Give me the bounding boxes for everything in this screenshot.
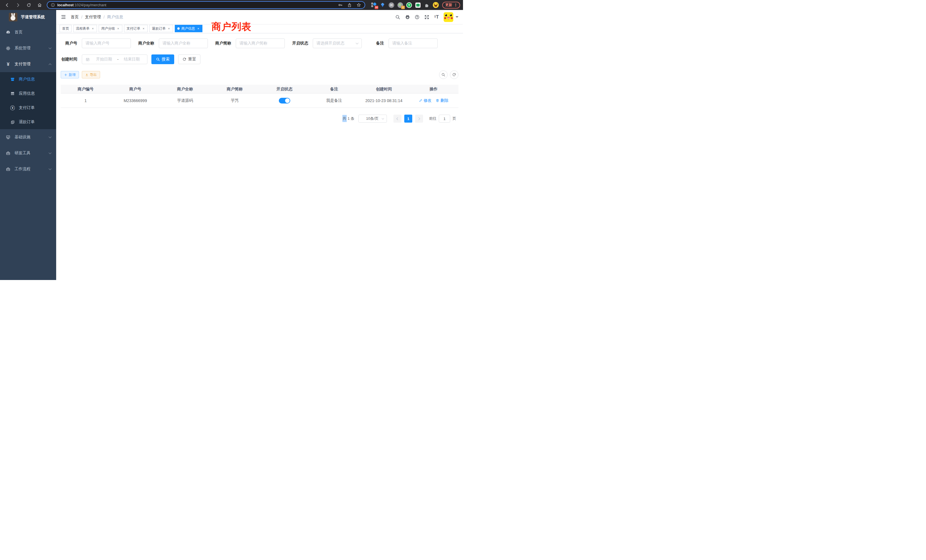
browser-profile-avatar[interactable] [433, 2, 439, 8]
tab-close-icon[interactable] [197, 27, 200, 30]
sidebar-item-merchant-info[interactable]: 商户信息 [0, 72, 56, 86]
tab-process-form[interactable]: 流程表单 [73, 25, 97, 32]
create-time-range-picker[interactable]: 开始日期 - 结束日期 [82, 54, 147, 64]
sidebar-item-label: 首页 [15, 30, 51, 35]
extension-recorder-icon[interactable]: 1 [397, 2, 403, 8]
sidebar-fold-icon[interactable] [61, 14, 66, 20]
remark-input[interactable]: 请输入备注 [389, 38, 437, 48]
sidebar-item-workflow[interactable]: 工作流程 [0, 161, 56, 177]
tab-close-icon[interactable] [91, 27, 94, 30]
site-info-icon[interactable] [51, 3, 55, 7]
tab-close-icon[interactable] [142, 27, 145, 30]
tab-merchant-info[interactable]: 商户信息 [175, 25, 203, 32]
chevron-down-icon [49, 167, 51, 170]
fullscreen-icon[interactable] [422, 13, 431, 21]
page-number-1[interactable]: 1 [404, 115, 412, 123]
status-select[interactable]: 请选择开启状态 [313, 38, 362, 48]
tab-user-group[interactable]: 用户分组 [98, 25, 122, 32]
grid-table-icon [10, 91, 15, 96]
sidebar-item-payment-order[interactable]: ¥ 支付订单 [0, 101, 56, 115]
gear-icon [6, 46, 11, 51]
sidebar-item-home[interactable]: 首页 [0, 24, 56, 40]
share-icon[interactable] [347, 3, 352, 8]
browser-forward-icon[interactable] [14, 1, 22, 9]
col-short-name: 商户简称 [210, 85, 259, 93]
browser-menu-icon[interactable]: ⋮ [454, 3, 458, 7]
sidebar-item-infrastructure[interactable]: 基础设施 [0, 129, 56, 145]
avatar-caret-icon[interactable] [455, 16, 458, 19]
user-avatar[interactable] [443, 12, 453, 22]
tab-home[interactable]: 首页 [60, 25, 71, 32]
breadcrumb-current: 商户信息 [107, 15, 123, 20]
tab-payment-order[interactable]: 支付订单 [124, 25, 148, 32]
browser-toolbar: localhost:1024/pay/merchant 10 ⌘ 1 Y 更新 [0, 0, 463, 10]
sidebar-item-label: 研发工具 [15, 151, 49, 156]
add-button[interactable]: 新增 [61, 71, 79, 79]
plus-icon [64, 73, 67, 76]
sidebar-item-payment[interactable]: ¥ 支付管理 [0, 56, 56, 72]
search-button[interactable]: 搜索 [151, 54, 174, 64]
merchant-no-input[interactable]: 请输入商户号 [82, 38, 131, 48]
date-range-separator: - [117, 57, 119, 62]
sidebar-item-dev-tools[interactable]: 研发工具 [0, 145, 56, 161]
sidebar-item-label: 商户信息 [19, 77, 35, 82]
goto-page-input[interactable] [439, 115, 450, 123]
col-merchant-id: 商户编号 [61, 85, 110, 93]
page-size-select[interactable]: 10条/页 [359, 115, 387, 123]
sidebar-item-refund-order[interactable]: 退款订单 [0, 115, 56, 129]
browser-reload-icon[interactable] [24, 1, 33, 9]
github-icon[interactable] [403, 13, 412, 21]
chevron-down-icon [49, 135, 51, 138]
header-search-icon[interactable] [393, 13, 402, 21]
full-name-input[interactable]: 请输入商户全称 [159, 38, 208, 48]
chevron-down-icon [356, 42, 359, 44]
status-toggle[interactable] [279, 98, 290, 103]
browser-update-button[interactable]: 更新 ⋮ [442, 2, 460, 9]
bookmark-star-icon[interactable] [356, 3, 361, 8]
goto-label: 前往 [429, 116, 436, 121]
delete-link[interactable]: 删除 [436, 98, 448, 103]
extension-chat-icon[interactable] [415, 2, 421, 8]
col-remark: 备注 [309, 85, 359, 93]
browser-back-icon[interactable] [3, 1, 11, 9]
extension-command-icon[interactable]: ⌘ [388, 2, 395, 8]
sidebar-item-label: 支付管理 [15, 62, 49, 67]
edit-pencil-icon [419, 98, 422, 102]
refresh-table-button[interactable] [450, 70, 458, 79]
reset-button[interactable]: 重置 [178, 54, 200, 64]
cell-remark: 我是备注 [309, 98, 359, 103]
sidebar-item-system[interactable]: 系统管理 [0, 40, 56, 56]
extension-gem-icon[interactable] [380, 2, 386, 8]
col-full-name: 商户全称 [160, 85, 210, 93]
sidebar-item-app-info[interactable]: 应用信息 [0, 86, 56, 101]
goto-unit: 页 [452, 116, 456, 121]
address-bar[interactable]: localhost:1024/pay/merchant [47, 1, 365, 9]
tab-close-icon[interactable] [117, 27, 120, 30]
breadcrumb-home[interactable]: 首页 [71, 15, 79, 20]
top-navbar: 首页 支付管理 商户信息 TT [56, 10, 463, 24]
short-name-input[interactable]: 请输入商户简称 [236, 38, 285, 48]
font-size-icon[interactable]: TT [432, 13, 441, 21]
help-icon[interactable] [413, 13, 421, 21]
tab-refund-order[interactable]: 退款订单 [150, 25, 173, 32]
edit-link[interactable]: 修改 [419, 98, 432, 103]
extensions-puzzle-icon[interactable] [424, 2, 430, 8]
url-text: localhost:1024/pay/merchant [57, 3, 333, 7]
prev-page-button[interactable] [393, 115, 401, 123]
show-search-toggle-button[interactable] [439, 70, 448, 79]
app-logo-row[interactable]: 芋道管理系统 [0, 10, 56, 24]
next-page-button[interactable] [415, 115, 423, 123]
password-key-icon[interactable] [338, 3, 343, 8]
export-button[interactable]: 导出 [82, 71, 100, 79]
tab-close-icon[interactable] [167, 27, 171, 30]
pagination-total: 共 1 条 [342, 116, 354, 121]
extension-blocks-icon[interactable]: 10 [371, 2, 377, 8]
sidebar-item-label: 系统管理 [15, 45, 49, 51]
extension-y-icon[interactable]: Y [406, 2, 412, 8]
cell-short-name: 芋艿 [210, 98, 259, 103]
breadcrumb-separator [81, 15, 82, 20]
breadcrumb-payment[interactable]: 支付管理 [85, 15, 101, 20]
browser-home-icon[interactable] [35, 1, 44, 9]
col-actions: 操作 [409, 85, 458, 93]
sidebar-item-label: 基础设施 [15, 135, 49, 140]
